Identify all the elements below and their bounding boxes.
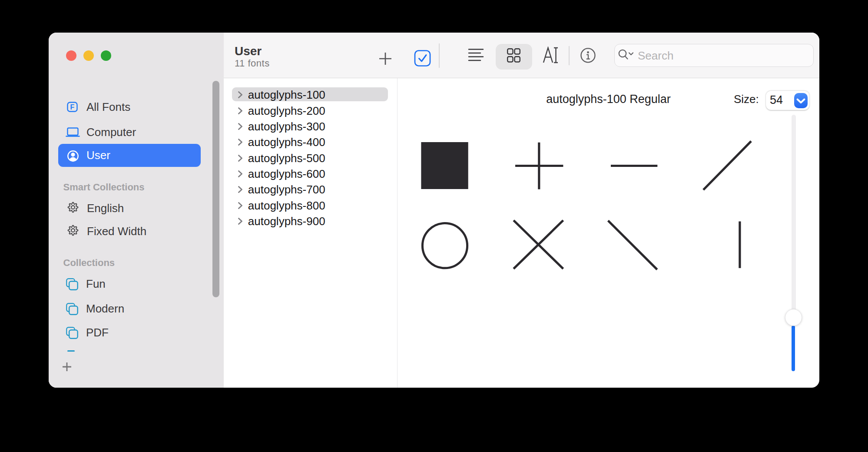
svg-text:F: F xyxy=(70,103,75,111)
